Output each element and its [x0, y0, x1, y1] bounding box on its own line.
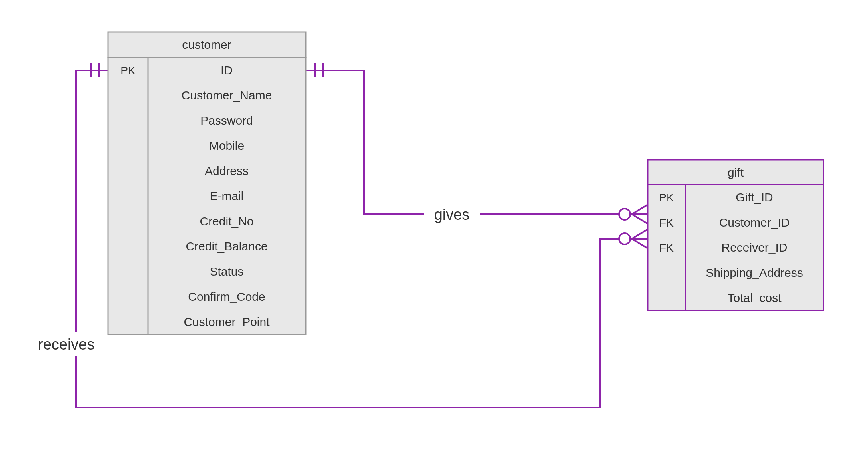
- entity-gift-row-3: Shipping_Address: [706, 266, 803, 279]
- entity-customer-row-1: Customer_Name: [182, 89, 272, 102]
- entity-gift-key-1: FK: [659, 217, 674, 229]
- entity-customer-row-2: Password: [200, 114, 253, 127]
- entity-gift-attr-1: Customer_ID: [719, 216, 790, 229]
- entity-customer-attr-1: Customer_Name: [182, 89, 272, 102]
- entity-gift-title: gift: [728, 166, 744, 179]
- entity-customer-key-0: PK: [120, 64, 136, 77]
- entity-customer-attr-8: Status: [210, 265, 243, 278]
- entity-customer-attr-9: Confirm_Code: [188, 290, 265, 303]
- svg-point-6: [619, 233, 630, 244]
- entity-gift-attr-2: Receiver_ID: [721, 241, 787, 254]
- relationship-gives: gives: [306, 63, 648, 225]
- er-diagram-canvas: gives receives customer PK ID: [0, 0, 868, 455]
- entity-customer-row-7: Credit_Balance: [186, 240, 267, 253]
- entity-gift-attr-4: Total_cost: [727, 291, 782, 304]
- entity-customer-row-5: E-mail: [210, 189, 243, 203]
- entity-gift-row-4: Total_cost: [727, 291, 782, 304]
- entity-customer-attr-3: Mobile: [209, 139, 244, 152]
- entity-gift-attr-3: Shipping_Address: [706, 266, 803, 279]
- entity-customer-attr-6: Credit_No: [200, 215, 253, 228]
- relationship-gives-label: gives: [434, 206, 470, 223]
- entity-customer-attr-0: ID: [221, 64, 233, 77]
- entity-customer-row-4: Address: [205, 164, 249, 177]
- entity-customer-row-10: Customer_Point: [184, 315, 270, 328]
- entity-customer-attr-4: Address: [205, 164, 249, 177]
- entity-customer-title: customer: [182, 38, 231, 51]
- entity-gift-key-2: FK: [659, 242, 674, 254]
- entity-customer-row-3: Mobile: [209, 139, 244, 152]
- entity-customer-attr-10: Customer_Point: [184, 315, 270, 328]
- entity-customer-row-8: Status: [210, 265, 243, 278]
- entity-gift: gift PK Gift_ID FK Customer_ID FK Receiv…: [648, 160, 824, 310]
- entity-customer: customer PK ID Customer_Name Password Mo…: [108, 32, 306, 334]
- entity-gift-key-0: PK: [659, 191, 674, 204]
- entity-customer-attr-5: E-mail: [210, 189, 243, 203]
- entity-customer-row-6: Credit_No: [200, 215, 253, 228]
- entity-customer-attr-7: Credit_Balance: [186, 240, 267, 253]
- entity-customer-row-9: Confirm_Code: [188, 290, 265, 303]
- entity-gift-attr-0: Gift_ID: [736, 191, 773, 204]
- relationship-receives-label: receives: [38, 336, 95, 353]
- svg-point-2: [619, 209, 630, 220]
- entity-customer-attr-2: Password: [200, 114, 253, 127]
